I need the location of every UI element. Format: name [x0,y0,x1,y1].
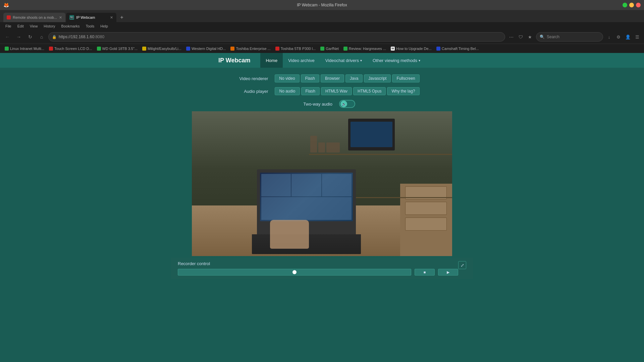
two-way-audio-toggle[interactable]: 🔈 [339,100,355,108]
recorder-stop-btn[interactable]: ■ [415,269,435,276]
webcam-feed [192,111,452,256]
bookmark-7[interactable]: Toshiba 5TB P300 l... [273,46,318,51]
shield-icon[interactable]: 🛡 [517,33,525,41]
bookmark10-icon: W [391,47,395,51]
bookmark-11[interactable]: Camshaft Timing Bel... [434,46,481,51]
new-tab-button[interactable]: + [117,13,126,22]
bookmark11-icon [436,47,440,51]
btn-why-lag[interactable]: Why the lag? [387,87,419,95]
btn-no-video[interactable]: No video [275,74,299,82]
audio-player-buttons: No audio Flash HTML5 Wav HTML5 Opus Why … [275,87,419,95]
nav-video-archive[interactable]: Video archive [283,53,320,68]
bookmark10-label: How to Upgrade De... [396,47,432,51]
window-title: IP Webcam - Mozilla Firefox [297,3,347,7]
audio-player-label: Audio player [224,89,268,94]
bookmark5-icon [186,47,190,51]
btn-html5-opus[interactable]: HTML5 Opus [353,87,386,95]
bookmark-3[interactable]: WD Gold 18TB 3.5"... [95,46,140,51]
menu-edit[interactable]: Edit [15,23,26,29]
tab2-favicon: 📷 [69,15,74,20]
screen-tile-2 [291,174,321,197]
btn-java-video[interactable]: Java [345,74,363,82]
search-bar[interactable]: 🔍 Search [536,32,603,42]
forward-button[interactable]: → [14,32,23,42]
bookmark-4[interactable]: Milight/Easybulb/Li... [140,46,183,51]
page-content: IP Webcam Home Video archive Videochat d… [0,53,644,353]
home-button[interactable]: ⌂ [37,32,46,42]
recorder-expand-icon[interactable]: ⤢ [458,261,466,269]
cabinet-drawer-3 [405,218,447,231]
title-bar-left: 🦊 [3,2,9,8]
video-renderer-row: Video renderer No video Flash Browser Ja… [224,74,419,82]
bookmark-6[interactable]: Toshiba Enterprise ... [228,46,272,51]
restore-button[interactable]: ◎ [623,3,627,7]
bookmark3-icon [97,47,101,51]
recorder-play-btn[interactable]: ▶ [438,269,458,276]
menu-view[interactable]: View [27,23,41,29]
bookmark-icon[interactable]: ★ [526,33,534,41]
shelf-item-1 [310,136,317,153]
btn-no-audio[interactable]: No audio [275,87,300,95]
site-brand: IP Webcam [218,57,250,64]
btn-html5-wav[interactable]: HTML5 Wav [321,87,352,95]
recorder-control-section: Recorder control ■ ▶ ⤢ [171,258,473,279]
bookmark9-label: Review: Hargreaves ... [349,47,386,51]
bookmark6-icon [230,47,234,51]
bookmark-8[interactable]: GarfNet [318,46,341,51]
btn-fullscreen-video[interactable]: Fullscreen [392,74,419,82]
video-renderer-buttons: No video Flash Browser Java Javascript F… [275,74,419,82]
video-renderer-label: Video renderer [224,76,268,81]
menu-history[interactable]: History [41,23,58,29]
bookmark-9[interactable]: Review: Hargreaves ... [341,46,388,51]
nav-home[interactable]: Home [260,53,283,68]
refresh-button[interactable]: ↻ [25,32,35,42]
bookmark-1[interactable]: Linux Intranet Multi... [3,46,46,51]
address-bar[interactable]: 🔒 https://192.168.1.60:8080 [48,32,505,42]
cabinet-drawer-2 [405,202,447,215]
menu-help[interactable]: Help [98,23,111,29]
tab2-close[interactable]: ✕ [110,15,113,20]
toolbar-btn-1[interactable]: ⋯ [507,33,515,41]
window-controls: ◎ [623,3,641,7]
tab-2[interactable]: 📷 IP Webcam ✕ [66,13,116,22]
tab1-close[interactable]: ✕ [59,15,62,20]
back-button[interactable]: ← [3,32,12,42]
controls-area: Video renderer No video Flash Browser Ja… [0,68,644,111]
recorder-thumb[interactable] [292,270,297,274]
nav-other-viewing[interactable]: Other viewing methods ▾ [367,53,426,68]
menu-bookmarks[interactable]: Bookmarks [59,23,83,29]
minimize-button[interactable] [629,3,634,7]
tab2-label: IP Webcam [76,15,95,19]
bookmark-10[interactable]: W How to Upgrade De... [389,46,434,51]
bookmark-2[interactable]: Touch Screen LCD D... [47,46,94,51]
recorder-progress-bar[interactable] [178,269,411,276]
url-port: :8080 [94,35,104,39]
monitor-on-shelf [348,119,395,150]
bookmark-5[interactable]: Western Digital HD... [184,46,228,51]
bookmark2-label: Touch Screen LCD D... [54,47,92,51]
nav-videochat-drivers[interactable]: Videochat drivers ▾ [320,53,367,68]
tab-1[interactable]: Remote shoots on a mob... ✕ [3,13,65,22]
bookmark9-icon [343,47,347,51]
bookmark7-icon [275,47,279,51]
toolbar-ext-4[interactable]: ☰ [633,33,641,41]
toolbar-ext-2[interactable]: ⚙ [614,33,623,41]
toolbar-ext-3[interactable]: 👤 [624,33,632,41]
bookmark8-icon [320,47,324,51]
search-placeholder: Search [547,35,559,39]
browser-window: 🦊 IP Webcam - Mozilla Firefox ◎ Remote s… [0,0,644,353]
bookmark4-label: Milight/Easybulb/Li... [148,47,181,51]
toolbar-ext-1[interactable]: ↓ [605,33,613,41]
bookmark2-icon [49,47,53,51]
videochat-dropdown-arrow: ▾ [360,59,362,62]
bookmark1-icon [5,47,9,51]
bookmark8-label: GarfNet [326,47,339,51]
btn-browser-video[interactable]: Browser [321,74,344,82]
menu-bar: File Edit View History Bookmarks Tools H… [0,22,644,30]
menu-file[interactable]: File [3,23,14,29]
close-window-button[interactable] [636,3,641,7]
menu-tools[interactable]: Tools [83,23,97,29]
btn-flash-audio[interactable]: Flash [301,87,320,95]
btn-javascript-video[interactable]: Javascript [364,74,391,82]
btn-flash-video[interactable]: Flash [301,74,319,82]
